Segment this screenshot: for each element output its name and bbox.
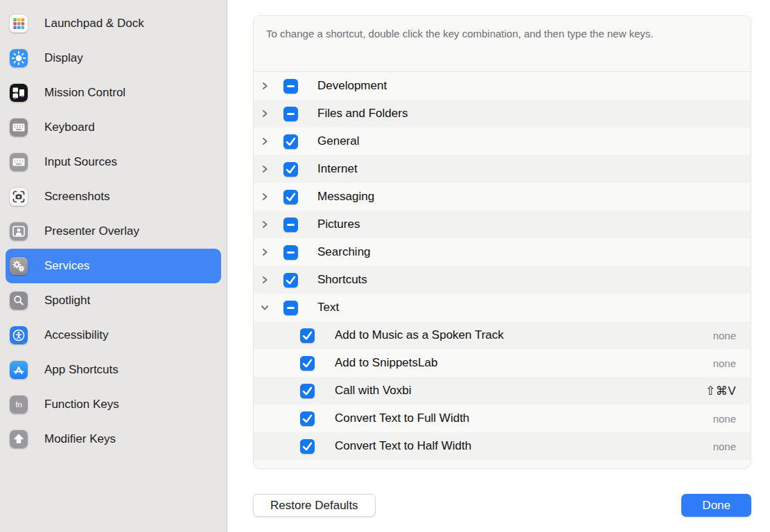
- screenshots-icon: [10, 188, 28, 206]
- chevron-right-icon[interactable]: [258, 276, 272, 284]
- shortcut-row[interactable]: Messaging: [254, 183, 751, 211]
- app-shortcuts-icon: [10, 361, 28, 379]
- sidebar-item-label: Screenshots: [44, 190, 110, 204]
- sidebar-item-label: App Shortcuts: [44, 363, 119, 377]
- checkbox-mixed[interactable]: [283, 79, 298, 94]
- shortcut-row[interactable]: Development: [254, 72, 751, 100]
- checkbox-checked[interactable]: [300, 411, 315, 426]
- shortcut-value[interactable]: none: [713, 413, 736, 425]
- sidebar-item-label: Spotlight: [44, 294, 90, 308]
- sidebar-item-label: Display: [44, 51, 83, 65]
- shortcut-row[interactable]: Call with Voxbi ⇧⌘V: [254, 377, 751, 405]
- shortcut-row[interactable]: Internet: [254, 155, 751, 183]
- presenter-overlay-icon: [10, 222, 28, 240]
- chevron-right-icon[interactable]: [258, 165, 272, 173]
- sidebar-item-services[interactable]: Services: [6, 249, 221, 283]
- sidebar-item-label: Launchpad & Dock: [44, 17, 144, 30]
- shortcut-row[interactable]: Convert Text to Full Width none: [254, 405, 751, 432]
- checkbox-checked[interactable]: [300, 439, 315, 454]
- sidebar-item-mission-control[interactable]: Mission Control: [6, 76, 221, 110]
- sidebar-item-display[interactable]: Display: [6, 41, 221, 76]
- sidebar-item-label: Presenter Overlay: [44, 224, 139, 238]
- shortcut-row[interactable]: General: [254, 127, 751, 155]
- main-content: To change a shortcut, double click the k…: [227, 0, 770, 532]
- chevron-right-icon[interactable]: [258, 220, 272, 229]
- done-button[interactable]: Done: [681, 494, 751, 517]
- shortcut-row[interactable]: Add to Music as a Spoken Track none: [254, 321, 751, 349]
- chevron-right-icon[interactable]: [258, 109, 272, 118]
- sidebar-item-spotlight[interactable]: Spotlight: [6, 283, 221, 318]
- sidebar-item-presenter-overlay[interactable]: Presenter Overlay: [6, 214, 221, 249]
- checkbox-checked[interactable]: [283, 162, 298, 177]
- mission-control-icon: [10, 84, 28, 102]
- checkbox-checked[interactable]: [283, 134, 298, 149]
- checkbox-checked[interactable]: [283, 190, 298, 204]
- shortcut-value[interactable]: none: [713, 330, 736, 342]
- sidebar: Launchpad & Dock Display Mission Control…: [0, 0, 227, 532]
- sidebar-item-label: Keyboard: [44, 121, 95, 134]
- shortcuts-panel: To change a shortcut, double click the k…: [253, 15, 751, 469]
- sidebar-item-screenshots[interactable]: Screenshots: [6, 179, 221, 214]
- services-icon: [10, 257, 28, 275]
- shortcut-row[interactable]: Add to SnippetsLab none: [254, 349, 751, 377]
- restore-defaults-button[interactable]: Restore Defaults: [253, 494, 376, 517]
- shortcut-value[interactable]: ⇧⌘V: [706, 384, 736, 398]
- sidebar-item-modifier-keys[interactable]: Modifier Keys: [6, 422, 221, 456]
- sidebar-item-app-shortcuts[interactable]: App Shortcuts: [6, 353, 221, 387]
- function-keys-icon: fn: [10, 396, 28, 414]
- footer-bar: Restore Defaults Done: [253, 494, 751, 517]
- chevron-right-icon[interactable]: [258, 137, 272, 145]
- shortcut-list: Development Files and Folders General In…: [254, 72, 751, 460]
- shortcut-row[interactable]: Pictures: [254, 211, 751, 238]
- launchpad-icon: [10, 15, 28, 33]
- checkbox-mixed[interactable]: [283, 301, 298, 315]
- chevron-right-icon[interactable]: [258, 193, 272, 201]
- shortcut-value[interactable]: none: [713, 441, 736, 452]
- checkbox-checked[interactable]: [300, 328, 315, 343]
- checkbox-checked[interactable]: [300, 384, 315, 398]
- spotlight-icon: [10, 292, 28, 310]
- sidebar-item-label: Services: [44, 259, 89, 273]
- sidebar-item-accessibility[interactable]: Accessibility: [6, 318, 221, 353]
- checkbox-mixed[interactable]: [283, 218, 298, 232]
- settings-window: Launchpad & Dock Display Mission Control…: [0, 0, 770, 532]
- input-sources-icon: [10, 153, 28, 171]
- checkbox-checked[interactable]: [300, 356, 315, 371]
- keyboard-icon: [10, 118, 28, 136]
- modifier-keys-icon: [10, 430, 28, 448]
- sidebar-item-label: Input Sources: [44, 155, 117, 169]
- shortcut-value[interactable]: none: [713, 357, 736, 369]
- display-icon: [10, 49, 28, 67]
- sidebar-item-function-keys[interactable]: fn Function Keys: [6, 387, 221, 422]
- checkbox-mixed[interactable]: [283, 107, 298, 121]
- sidebar-item-label: Modifier Keys: [44, 432, 116, 446]
- instruction-text: To change a shortcut, double click the k…: [254, 16, 751, 72]
- checkbox-mixed[interactable]: [283, 245, 298, 260]
- sidebar-item-input-sources[interactable]: Input Sources: [6, 145, 221, 179]
- shortcut-row[interactable]: Convert Text to Half Width none: [254, 432, 751, 460]
- shortcut-row[interactable]: Text: [254, 294, 751, 321]
- sidebar-item-keyboard[interactable]: Keyboard: [6, 110, 221, 145]
- sidebar-item-label: Mission Control: [44, 86, 125, 100]
- checkbox-checked[interactable]: [283, 273, 298, 287]
- shortcut-row[interactable]: Shortcuts: [254, 266, 751, 294]
- shortcut-row[interactable]: Searching: [254, 238, 751, 266]
- sidebar-item-launchpad-dock[interactable]: Launchpad & Dock: [6, 6, 221, 41]
- accessibility-icon: [10, 326, 28, 344]
- chevron-right-icon[interactable]: [258, 82, 272, 90]
- sidebar-item-label: Function Keys: [44, 398, 119, 411]
- shortcut-row[interactable]: Files and Folders: [254, 100, 751, 127]
- chevron-down-icon[interactable]: [258, 303, 272, 312]
- chevron-right-icon[interactable]: [258, 248, 272, 256]
- svg-text:fn: fn: [15, 400, 22, 409]
- sidebar-item-label: Accessibility: [44, 328, 109, 342]
